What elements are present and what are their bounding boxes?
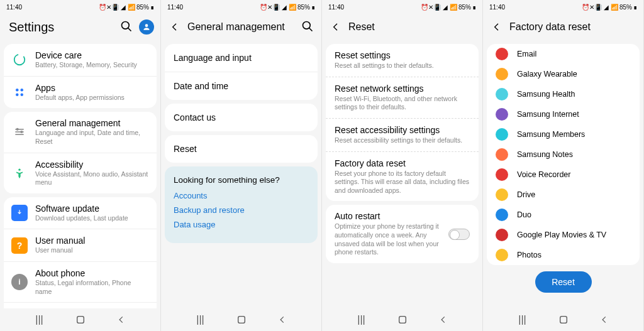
svg-point-6 [16, 93, 19, 96]
header: Reset [322, 14, 482, 40]
item-language-input[interactable]: Language and input [165, 44, 318, 72]
app-email: Email [487, 44, 640, 64]
item-user-manual[interactable]: ? User manualUser manual [4, 229, 157, 261]
status-time: 11:40 [6, 4, 22, 11]
nav-recents[interactable]: ||| [33, 313, 46, 326]
phone-factory-reset: 11:40 ⏰✕📳 ◢ 📶 85%∎ Factory data reset Em… [483, 0, 644, 331]
app-duo: Duo [487, 205, 640, 225]
svg-rect-14 [77, 317, 84, 323]
item-developer-options[interactable]: { } Developer optionsDeveloper options [4, 302, 157, 308]
svg-point-2 [145, 24, 148, 27]
status-icons: ⏰✕📳 ◢ 📶 85%∎ [582, 4, 637, 11]
svg-point-15 [303, 22, 311, 30]
item-reset-network[interactable]: Reset network settings Reset Wi-Fi, Blue… [326, 77, 479, 118]
header: Settings [0, 14, 160, 40]
account-avatar[interactable] [139, 19, 154, 35]
status-icons: ⏰✕📳 ◢ 📶 85%∎ [99, 4, 154, 11]
page-title: Reset [343, 21, 476, 33]
auto-restart-toggle[interactable] [448, 229, 470, 240]
navbar: ||| [0, 308, 160, 331]
app-drive: Drive [487, 185, 640, 205]
nav-back[interactable] [437, 313, 450, 326]
svg-rect-17 [238, 317, 245, 323]
page-title: General management [182, 21, 301, 33]
app-health: Samsung Health [487, 84, 640, 104]
status-time: 11:40 [489, 4, 505, 11]
item-device-care[interactable]: Device careBattery, Storage, Memory, Sec… [4, 44, 157, 76]
link-data-usage[interactable]: Data usage [174, 220, 309, 229]
nav-back[interactable] [598, 313, 611, 326]
navbar: ||| [161, 308, 321, 331]
nav-recents[interactable]: ||| [516, 313, 529, 326]
app-recorder: Voice Recorder [487, 165, 640, 185]
page-title: Settings [6, 20, 120, 35]
nav-recents[interactable]: ||| [194, 313, 207, 326]
svg-rect-10 [15, 134, 23, 136]
general-icon [11, 124, 28, 140]
about-icon: i [11, 274, 28, 290]
phone-general-management: 11:40 ⏰✕📳 ◢ 📶 85%∎ General management La… [161, 0, 322, 331]
item-reset-accessibility[interactable]: Reset accessibility settings Reset acces… [326, 118, 479, 151]
svg-point-0 [122, 22, 130, 30]
settings-list: Device careBattery, Storage, Memory, Sec… [0, 40, 160, 308]
recorder-icon [496, 168, 508, 181]
item-reset[interactable]: Reset [165, 135, 318, 163]
item-software-update[interactable]: Software updateDownload updates, Last up… [4, 197, 157, 229]
nav-home[interactable] [235, 313, 248, 326]
nav-home[interactable] [74, 313, 87, 326]
members-icon [496, 128, 508, 141]
statusbar: 11:40 ⏰✕📳 ◢ 📶 85%∎ [161, 0, 321, 14]
accessibility-icon [11, 165, 28, 182]
statusbar: 11:40 ⏰✕📳 ◢ 📶 85%∎ [0, 0, 160, 14]
reset-list: Reset settings Reset all settings to the… [322, 40, 482, 308]
reset-button[interactable]: Reset [535, 271, 592, 293]
looking-title: Looking for something else? [174, 175, 309, 185]
nav-recents[interactable]: ||| [355, 313, 368, 326]
search-icon[interactable] [301, 20, 315, 34]
back-button[interactable] [167, 19, 182, 35]
item-about-phone[interactable]: i About phoneStatus, Legal information, … [4, 261, 157, 302]
statusbar: 11:40 ⏰✕📳 ◢ 📶 85%∎ [483, 0, 643, 14]
group-general: General managementLanguage and input, Da… [4, 112, 157, 193]
internet-icon [496, 108, 508, 121]
app-wearable: Galaxy Wearable [487, 64, 640, 84]
notes-icon [496, 148, 508, 161]
duo-icon [496, 209, 508, 221]
movies-icon [496, 229, 508, 241]
link-backup[interactable]: Backup and restore [174, 205, 309, 215]
nav-back[interactable] [276, 313, 289, 326]
back-button[interactable] [328, 19, 343, 35]
factory-list: Email Galaxy Wearable Samsung Health Sam… [483, 40, 643, 308]
item-factory-reset[interactable]: Factory data reset Reset your phone to i… [326, 151, 479, 202]
back-button[interactable] [489, 19, 504, 35]
app-notes: Samsung Notes [487, 144, 640, 165]
svg-point-5 [21, 89, 24, 92]
app-members: Samsung Members [487, 124, 640, 144]
phone-settings: 11:40 ⏰✕📳 ◢ 📶 85%∎ Settings Device careB… [0, 0, 161, 331]
nav-home[interactable] [396, 313, 409, 326]
item-date-time[interactable]: Date and time [165, 72, 318, 100]
wearable-icon [496, 68, 508, 80]
header: General management [161, 14, 321, 40]
device-care-icon [11, 52, 28, 68]
item-reset-settings[interactable]: Reset settings Reset all settings to the… [326, 44, 479, 77]
svg-line-1 [128, 28, 131, 31]
item-contact-us[interactable]: Contact us [165, 104, 318, 131]
navbar: ||| [322, 308, 482, 331]
apps-icon [11, 84, 28, 100]
item-auto-restart[interactable]: Auto restart Optimize your phone by rest… [326, 205, 479, 263]
phone-reset: 11:40 ⏰✕📳 ◢ 📶 85%∎ Reset Reset settings … [322, 0, 483, 331]
search-icon[interactable] [120, 20, 134, 34]
health-icon [496, 88, 508, 100]
link-accounts[interactable]: Accounts [174, 191, 309, 200]
navbar: ||| [483, 308, 643, 331]
nav-home[interactable] [557, 313, 570, 326]
app-internet: Samsung Internet [487, 104, 640, 124]
item-apps[interactable]: AppsDefault apps, App permissions [4, 76, 157, 109]
group-system: Software updateDownload updates, Last up… [4, 197, 157, 308]
drive-icon [496, 188, 508, 201]
nav-back[interactable] [115, 313, 128, 326]
item-general-management[interactable]: General managementLanguage and input, Da… [4, 112, 157, 152]
item-accessibility[interactable]: AccessibilityVoice Assistant, Mono audio… [4, 153, 157, 193]
manual-icon: ? [11, 237, 28, 254]
